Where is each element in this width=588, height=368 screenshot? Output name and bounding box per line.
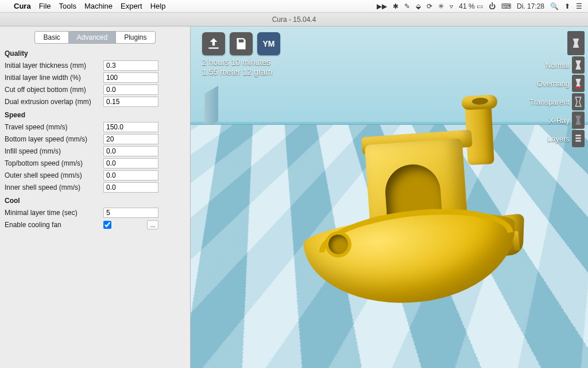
print-estimate: 2 hours 10 minutes 1.55 meter 12 gram: [202, 57, 272, 77]
viewmode-normal[interactable]: Normal: [546, 56, 585, 74]
viewport-toolbar: YM: [202, 32, 280, 55]
viewmode-main-button[interactable]: [567, 31, 585, 55]
save-icon: [234, 36, 249, 51]
cooling-fan-more-button[interactable]: ...: [147, 220, 158, 229]
input-travel-speed[interactable]: [103, 122, 158, 132]
viewmode-overhang-icon: [572, 75, 585, 92]
viewmode-normal-icon: [572, 56, 585, 74]
viewmode-layers[interactable]: Layers: [547, 130, 585, 147]
input-infill-speed[interactable]: [103, 146, 158, 156]
checkbox-cooling-fan[interactable]: [103, 221, 111, 229]
input-outershell-speed[interactable]: [103, 170, 158, 181]
status-wifi-icon[interactable]: ▿: [450, 2, 453, 10]
svg-rect-3: [575, 140, 581, 142]
lbl-travel-speed: Travel speed (mm/s): [5, 123, 103, 131]
status-fastforward-icon[interactable]: ▶▶: [377, 2, 387, 10]
lbl-dual-overlap: Dual extrusion overlap (mm): [5, 98, 103, 106]
lbl-cutoff-bottom: Cut off object bottom (mm): [5, 86, 103, 94]
mac-menubar: Cura File Tools Machine Expert Help ▶▶ ✱…: [0, 0, 588, 13]
status-sync-icon[interactable]: ⟳: [427, 2, 432, 10]
status-power-icon[interactable]: ⏻: [489, 2, 496, 10]
status-battery[interactable]: 41 % ▭: [459, 2, 483, 10]
status-spotlight-icon[interactable]: 🔍: [550, 2, 559, 10]
settings-panel: Basic Advanced Plugins Quality Initial l…: [0, 26, 191, 368]
lbl-topbottom-speed: Top/bottom speed (mm/s): [5, 159, 103, 167]
menu-help[interactable]: Help: [150, 2, 166, 10]
youmagine-button[interactable]: YM: [257, 32, 280, 55]
estimate-time: 2 hours 10 minutes: [202, 57, 272, 67]
lbl-min-layer-time: Minimal layer time (sec): [5, 209, 103, 217]
tab-basic[interactable]: Basic: [34, 31, 68, 44]
3d-viewport[interactable]: YM 2 hours 10 minutes 1.55 meter 12 gram…: [191, 26, 588, 368]
status-menu-icon[interactable]: ☰: [576, 2, 582, 10]
lbl-outershell-speed: Outer shell speed (mm/s): [5, 171, 103, 179]
viewmode-transparent-icon: [572, 93, 585, 110]
group-quality-title: Quality: [5, 49, 185, 57]
viewmode-layers-icon: [572, 130, 585, 147]
viewmode-overhang[interactable]: Overhang: [537, 75, 585, 92]
tab-advanced[interactable]: Advanced: [69, 31, 116, 44]
menu-machine[interactable]: Machine: [84, 2, 113, 10]
menu-expert[interactable]: Expert: [121, 2, 142, 10]
input-dual-overlap[interactable]: [103, 97, 158, 107]
menu-tools[interactable]: Tools: [59, 2, 76, 10]
viewmode-xray[interactable]: X-Ray: [549, 112, 585, 129]
status-pen-icon[interactable]: ✎: [404, 2, 410, 10]
viewmode-transparent[interactable]: Transparent: [529, 93, 585, 110]
lbl-infill-speed: Infill speed (mm/s): [5, 147, 103, 155]
model-3dbenchy[interactable]: [300, 95, 529, 325]
status-evernote-icon[interactable]: ✱: [393, 2, 399, 10]
lbl-innershell-speed: Inner shell speed (mm/s): [5, 183, 103, 191]
lbl-initial-thickness: Initial layer thickness (mm): [5, 62, 103, 70]
group-speed-title: Speed: [5, 111, 185, 119]
viewmode-overhang-label: Overhang: [537, 79, 570, 88]
status-bluetooth-icon[interactable]: ✳: [438, 2, 444, 10]
lbl-cooling-fan: Enable cooling fan: [5, 221, 103, 229]
menu-file[interactable]: File: [39, 2, 51, 10]
status-input-icon[interactable]: ⌨: [501, 2, 511, 10]
input-cutoff-bottom[interactable]: [103, 85, 158, 95]
load-model-button[interactable]: [202, 32, 225, 55]
viewmode-layers-label: Layers: [547, 135, 570, 143]
save-gcode-button[interactable]: [230, 32, 253, 55]
status-clock[interactable]: Di. 17:28: [517, 2, 544, 10]
viewmode-main-icon: [567, 31, 585, 55]
input-innershell-speed[interactable]: [103, 182, 158, 193]
status-appstore-icon[interactable]: ⬆: [564, 2, 570, 10]
tab-plugins[interactable]: Plugins: [116, 31, 155, 44]
window-title: Cura - 15.04.4: [272, 16, 316, 24]
svg-rect-0: [575, 86, 582, 88]
svg-rect-2: [575, 137, 581, 139]
input-initial-linewidth[interactable]: [103, 72, 158, 83]
viewmode-transparent-label: Transparent: [529, 98, 570, 106]
status-dropbox-icon[interactable]: ⬙: [416, 2, 421, 10]
load-model-icon: [206, 36, 221, 51]
input-topbottom-speed[interactable]: [103, 158, 158, 168]
lbl-initial-linewidth: Initial layer line width (%): [5, 74, 103, 82]
menu-app[interactable]: Cura: [14, 2, 31, 10]
input-bottom-speed[interactable]: [103, 134, 158, 144]
viewmode-xray-label: X-Ray: [549, 116, 570, 125]
viewmode-list: Normal Overhang Transparent X-Ray Layers: [529, 31, 585, 147]
input-min-layer-time[interactable]: [103, 208, 158, 218]
settings-tabs: Basic Advanced Plugins: [5, 31, 185, 44]
viewmode-normal-label: Normal: [546, 61, 570, 70]
input-initial-thickness[interactable]: [103, 60, 158, 71]
svg-rect-1: [575, 135, 581, 136]
estimate-material: 1.55 meter 12 gram: [202, 67, 272, 77]
viewmode-xray-icon: [572, 112, 585, 129]
ym-label: YM: [263, 39, 275, 48]
lbl-bottom-speed: Bottom layer speed (mm/s): [5, 135, 103, 143]
window-titlebar: Cura - 15.04.4: [0, 13, 588, 26]
group-cool-title: Cool: [5, 197, 185, 205]
